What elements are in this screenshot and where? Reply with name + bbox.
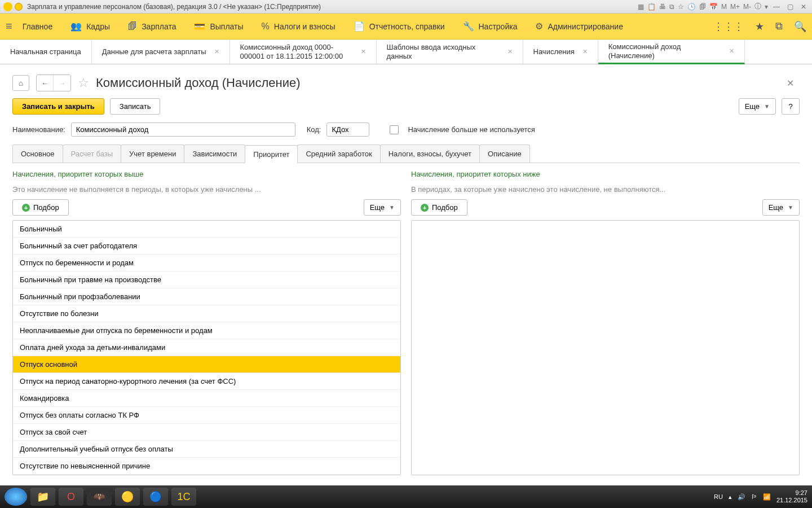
list-item[interactable]: Больничный при профзаболевании [13, 288, 400, 305]
titlebar-m-icon[interactable]: M [721, 3, 727, 11]
nouse-checkbox[interactable] [390, 125, 399, 134]
higher-more-button[interactable]: Еще ▼ [364, 199, 401, 216]
tab-close-icon[interactable]: ✕ [214, 48, 219, 55]
mainmenu-item[interactable]: 👥Кадры [70, 21, 110, 32]
document-tab[interactable]: Начисления✕ [523, 40, 598, 64]
higher-pick-button[interactable]: + Подбор [12, 199, 69, 216]
taskbar-chrome2[interactable]: 🔵 [143, 488, 168, 506]
app-dropdown-icon[interactable] [15, 3, 23, 11]
inner-tab[interactable]: Налоги, взносы, бухучет [380, 144, 480, 163]
document-tab[interactable]: Шаблоны ввода исходных данных✕ [377, 40, 523, 64]
more-button[interactable]: Еще ▼ [739, 98, 776, 115]
name-input[interactable] [71, 122, 295, 137]
inner-tab[interactable]: Основное [12, 144, 63, 163]
list-item[interactable]: Отсутствие по невыясненной причине [13, 458, 400, 475]
favorites-icon[interactable]: ★ [755, 20, 764, 33]
menu-label: Кадры [86, 22, 110, 31]
inner-tab[interactable]: Приоритет [245, 145, 298, 163]
titlebar-mminus-icon[interactable]: M- [743, 3, 751, 11]
more-label: Еще [745, 102, 760, 111]
list-item[interactable]: Отсутствие по болезни [13, 305, 400, 322]
tray-clock[interactable]: 9:27 21.12.2015 [776, 489, 807, 504]
taskbar-opera[interactable]: O [59, 488, 83, 506]
taskbar-1c[interactable]: 1С [171, 488, 196, 506]
titlebar-tool-icon[interactable]: ⧉ [669, 3, 674, 11]
mainmenu-item[interactable]: %Налоги и взносы [262, 21, 336, 32]
code-input[interactable] [326, 122, 369, 137]
save-button[interactable]: Записать [110, 98, 161, 115]
tab-close-icon[interactable]: ✕ [582, 48, 588, 55]
list-item[interactable]: Отпуск за свой счет [13, 424, 400, 441]
list-item[interactable]: Отпуск по беременности и родам [13, 255, 400, 271]
titlebar-star-icon[interactable]: ☆ [678, 3, 684, 11]
tab-close-icon[interactable]: ✕ [361, 48, 366, 55]
page-close-button[interactable]: ✕ [787, 78, 800, 89]
document-tab[interactable]: Комиссионный доход 0000-000001 от 18.11.… [230, 40, 377, 64]
list-item[interactable]: Дополнительный учебный отпуск без оплаты [13, 441, 400, 458]
titlebar-info-icon[interactable]: ⓘ [754, 2, 761, 11]
inner-tab[interactable]: Средний заработок [297, 144, 380, 163]
list-item[interactable]: Командировка [13, 390, 400, 407]
burger-icon[interactable]: ≡ [6, 20, 12, 33]
taskbar-explorer[interactable]: 📁 [30, 488, 55, 506]
list-item[interactable]: Отпуск без оплаты согласно ТК РФ [13, 407, 400, 424]
list-item[interactable]: Больничный при травме на производстве [13, 271, 400, 288]
help-button[interactable]: ? [782, 98, 800, 115]
tray-up-icon[interactable]: ▴ [729, 493, 732, 501]
lower-listbox[interactable] [411, 220, 800, 475]
mainmenu-item[interactable]: ≡Главное [23, 21, 53, 32]
taskbar-chrome[interactable]: 🟡 [115, 488, 140, 506]
lower-pick-button[interactable]: + Подбор [411, 199, 467, 216]
taskbar-app[interactable]: 🦇 [87, 488, 112, 506]
back-button[interactable]: ← [37, 75, 54, 91]
list-item[interactable]: Больничный [13, 221, 400, 238]
titlebar-calendar-icon[interactable]: 📅 [709, 3, 718, 11]
list-item[interactable]: Оплата дней ухода за детьми-инвалидами [13, 339, 400, 356]
titlebar-mplus-icon[interactable]: M+ [730, 3, 740, 11]
tab-close-icon[interactable]: ✕ [729, 47, 734, 55]
titlebar-calc-icon[interactable]: 🗐 [699, 3, 706, 11]
mainmenu-item[interactable]: 🗐Зарплата [128, 21, 176, 32]
document-tab[interactable]: Комиссионный доход (Начисление)✕ [598, 40, 745, 64]
mainmenu-item[interactable]: 🔧Настройка [463, 21, 518, 32]
tray-volume-icon[interactable]: 🔊 [738, 493, 745, 501]
inner-tab[interactable]: Учет времени [121, 144, 184, 163]
tab-close-icon[interactable]: ✕ [508, 48, 513, 55]
mainmenu-item[interactable]: ⚙Администрирование [535, 21, 623, 32]
forward-button[interactable]: → [54, 75, 70, 91]
titlebar-clock-icon[interactable]: 🕓 [687, 3, 696, 11]
inner-tab[interactable]: Описание [479, 144, 530, 163]
tray-net-icon[interactable]: 📶 [763, 493, 771, 501]
list-item[interactable]: Неоплачиваемые дни отпуска по беременнос… [13, 322, 400, 339]
maximize-button[interactable]: ▢ [785, 3, 795, 11]
lower-more-button[interactable]: Еще ▼ [762, 199, 800, 216]
pick-label: Подбор [432, 203, 458, 212]
close-button[interactable]: ✕ [798, 3, 809, 11]
document-tab[interactable]: Данные для расчета зарплаты✕ [92, 40, 230, 64]
apps-icon[interactable]: ⋮⋮⋮ [713, 20, 744, 33]
titlebar-tool-icon[interactable]: 📋 [647, 3, 656, 11]
save-and-close-button[interactable]: Записать и закрыть [12, 98, 104, 115]
minimize-button[interactable]: — [771, 3, 782, 11]
home-button[interactable]: ⌂ [12, 75, 29, 91]
history-icon[interactable]: ⧉ [775, 20, 783, 32]
titlebar-dropdown-icon[interactable]: ▾ [765, 3, 768, 11]
titlebar-tool-icon[interactable]: ▦ [638, 3, 644, 11]
more-label: Еще [769, 203, 783, 212]
list-item[interactable]: Отпуск основной [13, 356, 400, 373]
mainmenu-item[interactable]: 💳Выплаты [194, 21, 243, 32]
inner-tab[interactable]: Зависимости [184, 144, 245, 163]
chevron-down-icon: ▼ [788, 204, 793, 211]
mainmenu-item[interactable]: 📄Отчетность, справки [354, 21, 445, 32]
list-item[interactable]: Отпуск на период санаторно-курортного ле… [13, 373, 400, 390]
tray-flag-icon[interactable]: 🏳 [751, 493, 757, 500]
document-tab[interactable]: Начальная страница [0, 40, 92, 64]
higher-listbox[interactable]: БольничныйБольничный за счет работодател… [12, 220, 401, 475]
list-item[interactable]: Больничный за счет работодателя [13, 238, 400, 255]
favorite-star-icon[interactable]: ☆ [78, 76, 89, 90]
tray-lang[interactable]: RU [714, 493, 723, 500]
code-label: Код: [307, 125, 321, 134]
search-icon[interactable]: 🔍 [794, 20, 806, 33]
titlebar-tool-icon[interactable]: 🖶 [659, 3, 666, 11]
start-button[interactable] [5, 488, 27, 506]
